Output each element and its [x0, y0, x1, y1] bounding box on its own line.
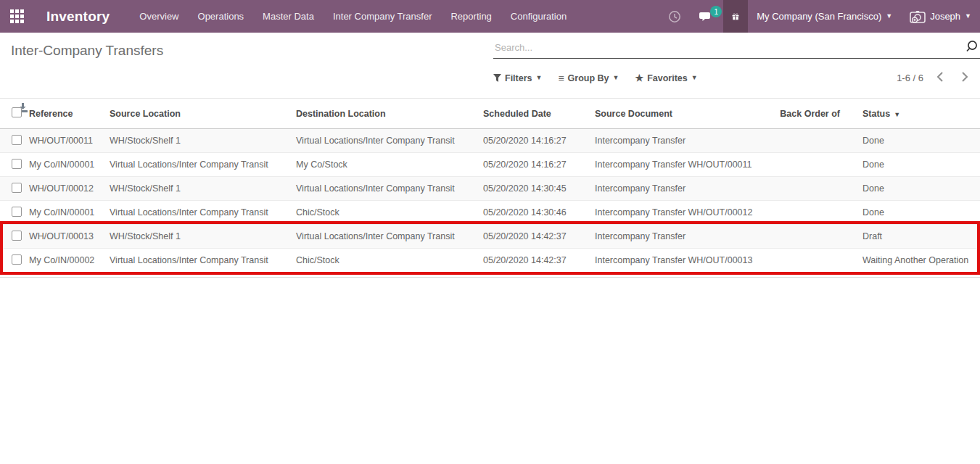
- top-navbar: Inventory Overview Operations Master Dat…: [0, 0, 980, 33]
- cell-reference[interactable]: WH/OUT/00012: [26, 177, 107, 201]
- company-switcher[interactable]: My Company (San Francisco) ▼: [748, 0, 901, 33]
- filters-button[interactable]: Filters ▼: [493, 73, 542, 83]
- clock-icon: [668, 10, 681, 23]
- cell-back-order-of[interactable]: [775, 153, 844, 177]
- table-row-highlighted[interactable]: WH/OUT/00013 WH/Stock/Shelf 1 Virtual Lo…: [0, 225, 980, 249]
- cell-source-document[interactable]: Intercompany Transfer WH/OUT/00012: [592, 201, 775, 225]
- cell-back-order-of[interactable]: [775, 249, 844, 273]
- cell-back-order-of[interactable]: [775, 177, 844, 201]
- pager: 1-6 / 6: [897, 70, 980, 86]
- column-header-status[interactable]: Status▼: [844, 99, 980, 129]
- cell-scheduled-date[interactable]: 05/20/2020 14:30:45: [480, 177, 592, 201]
- chevron-down-icon: ▼: [613, 75, 619, 81]
- column-header-reference[interactable]: Reference: [26, 99, 107, 129]
- cell-source-document[interactable]: Intercompany Transfer: [592, 129, 775, 153]
- cell-reference[interactable]: WH/OUT/00011: [26, 129, 107, 153]
- nav-item-operations[interactable]: Operations: [189, 0, 254, 33]
- cell-scheduled-date[interactable]: 05/20/2020 14:30:46: [480, 201, 592, 225]
- search-icon[interactable]: [965, 40, 978, 52]
- row-checkbox[interactable]: [12, 231, 22, 241]
- cell-scheduled-date[interactable]: 05/20/2020 14:42:37: [480, 249, 592, 273]
- cell-source-location[interactable]: Virtual Locations/Inter Company Transit: [107, 153, 293, 177]
- table-row[interactable]: WH/OUT/00012 WH/Stock/Shelf 1 Virtual Lo…: [0, 177, 980, 201]
- cell-source-document[interactable]: Intercompany Transfer WH/OUT/00013: [592, 249, 775, 273]
- nav-item-master-data[interactable]: Master Data: [253, 0, 324, 33]
- pager-next-button[interactable]: [956, 70, 974, 86]
- cell-back-order-of[interactable]: [775, 225, 844, 249]
- cell-status[interactable]: Done: [844, 177, 980, 201]
- app-brand[interactable]: Inventory: [46, 9, 110, 25]
- cell-status[interactable]: Done: [844, 129, 980, 153]
- row-checkbox[interactable]: [12, 159, 22, 169]
- column-header-source-document[interactable]: Source Document: [592, 99, 775, 129]
- cell-destination-location[interactable]: Chic/Stock: [293, 201, 480, 225]
- row-checkbox[interactable]: [12, 207, 22, 217]
- search-input[interactable]: Search...: [493, 33, 980, 59]
- cell-status[interactable]: Draft: [844, 225, 980, 249]
- status-header-label: Status: [862, 109, 890, 119]
- cell-reference[interactable]: My Co/IN/00001: [26, 153, 107, 177]
- column-header-destination-location[interactable]: Destination Location: [293, 99, 480, 129]
- cell-source-location[interactable]: Virtual Locations/Inter Company Transit: [107, 249, 293, 273]
- group-by-icon: ≡: [558, 72, 564, 84]
- cell-status[interactable]: Waiting Another Operation: [844, 249, 980, 273]
- row-checkbox[interactable]: [12, 135, 22, 145]
- chevron-left-icon: [936, 72, 943, 82]
- cell-destination-location[interactable]: Virtual Locations/Inter Company Transit: [293, 129, 480, 153]
- chevron-down-icon: ▼: [886, 13, 892, 20]
- cell-reference[interactable]: My Co/IN/00002: [26, 249, 107, 273]
- row-checkbox[interactable]: [12, 254, 22, 265]
- cell-source-document[interactable]: Intercompany Transfer: [592, 177, 775, 201]
- table-row[interactable]: My Co/IN/00001 Virtual Locations/Inter C…: [0, 201, 980, 225]
- favorites-button[interactable]: ★ Favorites ▼: [635, 72, 697, 83]
- cell-source-location[interactable]: WH/Stock/Shelf 1: [107, 129, 293, 153]
- table-row[interactable]: My Co/IN/00001 Virtual Locations/Inter C…: [0, 153, 980, 177]
- cell-status[interactable]: Done: [844, 153, 980, 177]
- cell-reference[interactable]: My Co/IN/00001: [26, 201, 107, 225]
- activities-button[interactable]: [659, 0, 690, 33]
- cell-source-location[interactable]: WH/Stock/Shelf 1: [107, 225, 293, 249]
- search-placeholder: Search...: [495, 42, 532, 53]
- cell-destination-location[interactable]: Virtual Locations/Inter Company Transit: [293, 225, 480, 249]
- apps-menu-button[interactable]: [0, 0, 33, 33]
- cell-scheduled-date[interactable]: 05/20/2020 14:16:27: [480, 129, 592, 153]
- apps-grid-icon: [10, 9, 24, 23]
- user-name: Joseph: [930, 11, 960, 22]
- group-by-button[interactable]: ≡ Group By ▼: [558, 72, 619, 84]
- column-header-source-location[interactable]: Source Location: [107, 99, 293, 129]
- column-header-back-order-of[interactable]: Back Order of: [775, 99, 844, 129]
- gift-button[interactable]: [723, 0, 748, 33]
- nav-item-inter-company-transfer[interactable]: Inter Company Transfer: [324, 0, 442, 33]
- cell-reference[interactable]: WH/OUT/00013: [26, 225, 107, 249]
- cell-scheduled-date[interactable]: 05/20/2020 14:42:37: [480, 225, 592, 249]
- cell-source-document[interactable]: Intercompany Transfer: [592, 225, 775, 249]
- table-row-highlighted[interactable]: My Co/IN/00002 Virtual Locations/Inter C…: [0, 249, 980, 273]
- cell-source-document[interactable]: Intercompany Transfer WH/OUT/00011: [592, 153, 775, 177]
- gift-icon: [732, 10, 739, 23]
- cell-destination-location[interactable]: Virtual Locations/Inter Company Transit: [293, 177, 480, 201]
- table-row[interactable]: WH/OUT/00011 WH/Stock/Shelf 1 Virtual Lo…: [0, 129, 980, 153]
- cell-status[interactable]: Done: [844, 201, 980, 225]
- nav-item-overview[interactable]: Overview: [130, 0, 188, 33]
- user-menu[interactable]: Joseph ▼: [901, 0, 980, 33]
- column-header-scheduled-date[interactable]: Scheduled Date: [480, 99, 592, 129]
- favorites-label: Favorites: [647, 73, 688, 83]
- cell-back-order-of[interactable]: [775, 201, 844, 225]
- pager-previous-button[interactable]: [931, 70, 949, 86]
- group-by-label: Group By: [568, 73, 609, 83]
- table-bottom-divider: [0, 277, 980, 278]
- breadcrumb-page-title: Inter-Company Transfers: [11, 43, 163, 59]
- cell-destination-location[interactable]: Chic/Stock: [293, 249, 480, 273]
- control-panel: Inter-Company Transfers Search... Filter…: [0, 33, 980, 98]
- row-checkbox[interactable]: [12, 183, 22, 193]
- cell-source-location[interactable]: Virtual Locations/Inter Company Transit: [107, 201, 293, 225]
- filter-funnel-icon: [493, 74, 501, 82]
- cell-scheduled-date[interactable]: 05/20/2020 14:16:27: [480, 153, 592, 177]
- cell-back-order-of[interactable]: [775, 129, 844, 153]
- nav-item-configuration[interactable]: Configuration: [501, 0, 576, 33]
- cell-source-location[interactable]: WH/Stock/Shelf 1: [107, 177, 293, 201]
- messages-button[interactable]: 1: [690, 0, 723, 33]
- cell-destination-location[interactable]: My Co/Stock: [293, 153, 480, 177]
- nav-item-reporting[interactable]: Reporting: [441, 0, 501, 33]
- select-all-checkbox[interactable]: [12, 107, 22, 117]
